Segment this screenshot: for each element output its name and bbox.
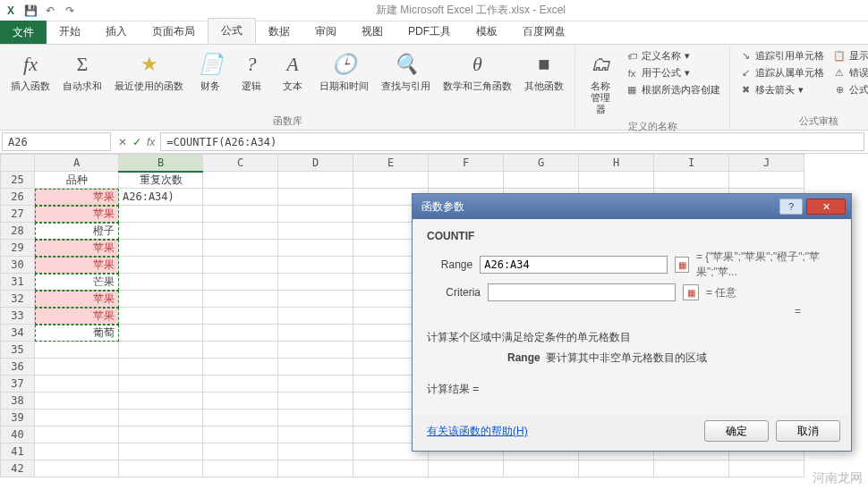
cell[interactable] bbox=[203, 206, 278, 223]
dialog-close-button[interactable]: ✕ bbox=[806, 199, 846, 215]
cell[interactable] bbox=[119, 257, 203, 274]
tab-templates[interactable]: 模板 bbox=[464, 20, 510, 44]
enter-formula-icon[interactable]: ✓ bbox=[132, 136, 141, 148]
cell[interactable] bbox=[119, 444, 203, 460]
criteria-input[interactable] bbox=[488, 283, 676, 301]
row-header[interactable]: 26 bbox=[1, 189, 35, 206]
insert-function-button[interactable]: fx 插入函数 bbox=[7, 48, 54, 94]
cell[interactable] bbox=[429, 172, 504, 189]
cell[interactable] bbox=[278, 410, 353, 427]
cell[interactable]: 品种 bbox=[35, 172, 119, 189]
col-header-J[interactable]: J bbox=[729, 155, 804, 172]
cell[interactable] bbox=[278, 444, 353, 460]
cell[interactable]: 芒果 bbox=[35, 274, 119, 291]
col-header-I[interactable]: I bbox=[654, 155, 729, 172]
row-header[interactable]: 28 bbox=[1, 223, 35, 240]
cell[interactable] bbox=[278, 240, 353, 257]
tab-view[interactable]: 视图 bbox=[349, 20, 396, 44]
col-header-F[interactable]: F bbox=[429, 155, 504, 172]
cell[interactable] bbox=[203, 240, 278, 257]
show-formulas-item[interactable]: 📋显示公式 bbox=[831, 48, 868, 63]
cell[interactable] bbox=[119, 308, 203, 325]
col-header-G[interactable]: G bbox=[504, 155, 579, 172]
cell[interactable] bbox=[119, 410, 203, 427]
col-header-H[interactable]: H bbox=[579, 155, 654, 172]
cell[interactable] bbox=[35, 460, 119, 477]
cell[interactable] bbox=[35, 444, 119, 460]
dialog-help-button[interactable]: ? bbox=[779, 199, 803, 215]
cell[interactable]: 苹果 bbox=[35, 291, 119, 308]
cell[interactable] bbox=[579, 460, 654, 477]
cell[interactable]: 苹果 bbox=[35, 206, 119, 223]
cell[interactable] bbox=[579, 172, 654, 189]
cell[interactable] bbox=[203, 427, 278, 444]
cell[interactable] bbox=[278, 257, 353, 274]
autosum-button[interactable]: Σ 自动求和 bbox=[59, 48, 106, 94]
row-header[interactable]: 42 bbox=[1, 460, 35, 477]
row-header[interactable]: 38 bbox=[1, 393, 35, 410]
tab-baidu[interactable]: 百度网盘 bbox=[510, 20, 578, 44]
undo-icon[interactable]: ↶ bbox=[43, 4, 57, 18]
cell[interactable] bbox=[35, 359, 119, 376]
row-header[interactable]: 40 bbox=[1, 427, 35, 444]
row-header[interactable]: 31 bbox=[1, 274, 35, 291]
cell[interactable] bbox=[278, 206, 353, 223]
range-input[interactable] bbox=[480, 256, 668, 274]
cell[interactable]: 苹果 bbox=[35, 189, 119, 206]
criteria-picker-icon[interactable]: ▦ bbox=[683, 284, 699, 300]
cell[interactable] bbox=[35, 393, 119, 410]
cell[interactable] bbox=[203, 410, 278, 427]
fx-bar-icon[interactable]: fx bbox=[147, 136, 155, 148]
trace-dependents-item[interactable]: ↙追踪从属单元格 bbox=[737, 65, 826, 80]
row-header[interactable]: 33 bbox=[1, 308, 35, 325]
row-header[interactable]: 37 bbox=[1, 376, 35, 393]
cell[interactable] bbox=[203, 257, 278, 274]
cell[interactable]: 橙子 bbox=[35, 223, 119, 240]
cell[interactable] bbox=[119, 274, 203, 291]
cell[interactable] bbox=[504, 172, 579, 189]
row-header[interactable]: 25 bbox=[1, 172, 35, 189]
tab-formulas[interactable]: 公式 bbox=[208, 18, 256, 44]
row-header[interactable]: 30 bbox=[1, 257, 35, 274]
cell[interactable] bbox=[119, 427, 203, 444]
tab-data[interactable]: 数据 bbox=[256, 20, 302, 44]
cell[interactable]: 苹果 bbox=[35, 257, 119, 274]
cell[interactable] bbox=[119, 376, 203, 393]
function-help-link[interactable]: 有关该函数的帮助(H) bbox=[427, 424, 528, 439]
cell[interactable] bbox=[278, 172, 353, 189]
cancel-button[interactable]: 取消 bbox=[776, 420, 840, 442]
cell[interactable] bbox=[203, 274, 278, 291]
row-header[interactable]: 39 bbox=[1, 410, 35, 427]
file-tab[interactable]: 文件 bbox=[0, 21, 47, 44]
cell[interactable] bbox=[278, 223, 353, 240]
cell[interactable] bbox=[278, 325, 353, 342]
cell[interactable]: A26:A34) bbox=[119, 189, 203, 206]
cell[interactable] bbox=[119, 325, 203, 342]
row-header[interactable]: 41 bbox=[1, 444, 35, 460]
tab-insert[interactable]: 插入 bbox=[93, 20, 140, 44]
row-header[interactable]: 35 bbox=[1, 342, 35, 359]
cell[interactable] bbox=[203, 376, 278, 393]
cell[interactable] bbox=[119, 359, 203, 376]
col-header-B[interactable]: B bbox=[119, 155, 203, 172]
cell[interactable] bbox=[729, 172, 804, 189]
cell[interactable] bbox=[203, 460, 278, 477]
cell[interactable] bbox=[203, 325, 278, 342]
cell[interactable] bbox=[278, 189, 353, 206]
cell[interactable] bbox=[203, 393, 278, 410]
col-header-E[interactable]: E bbox=[353, 155, 429, 172]
cell[interactable] bbox=[35, 376, 119, 393]
evaluate-item[interactable]: ⊕公式求值 bbox=[831, 82, 868, 97]
cell[interactable] bbox=[35, 342, 119, 359]
trace-precedents-item[interactable]: ↘追踪引用单元格 bbox=[737, 48, 826, 63]
dialog-titlebar[interactable]: 函数参数 ? ✕ bbox=[413, 194, 851, 219]
cell[interactable] bbox=[119, 206, 203, 223]
define-name-item[interactable]: 🏷定义名称▾ bbox=[624, 48, 722, 63]
cell[interactable] bbox=[203, 359, 278, 376]
cell[interactable] bbox=[119, 240, 203, 257]
cell[interactable] bbox=[119, 342, 203, 359]
select-all-corner[interactable] bbox=[1, 155, 35, 172]
cell[interactable] bbox=[278, 376, 353, 393]
redo-icon[interactable]: ↷ bbox=[63, 4, 77, 18]
row-header[interactable]: 36 bbox=[1, 359, 35, 376]
